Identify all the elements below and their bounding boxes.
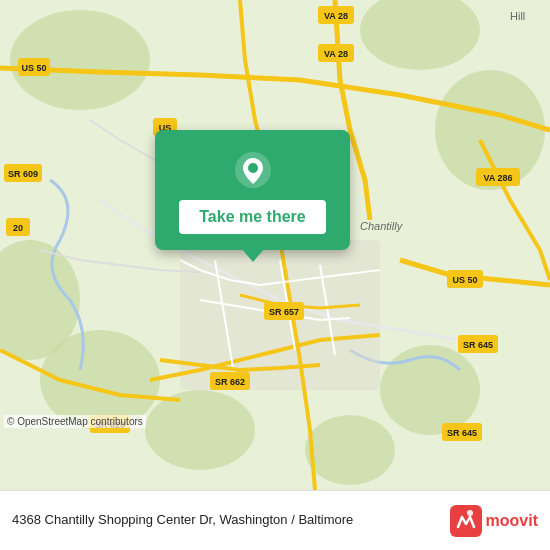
svg-text:SR 662: SR 662	[215, 377, 245, 387]
popup-card: Take me there	[155, 130, 350, 250]
svg-text:SR 657: SR 657	[269, 307, 299, 317]
moovit-logo-icon	[450, 505, 482, 537]
address-text: 4368 Chantilly Shopping Center Dr, Washi…	[12, 511, 450, 529]
svg-point-41	[467, 510, 473, 516]
svg-text:SR 645: SR 645	[463, 340, 493, 350]
svg-text:VA 28: VA 28	[324, 11, 348, 21]
svg-text:Hill: Hill	[510, 10, 525, 22]
svg-point-8	[305, 415, 395, 485]
svg-text:Chantilly: Chantilly	[360, 220, 404, 232]
osm-attribution: © OpenStreetMap contributors	[4, 415, 146, 428]
moovit-logo: moovit	[450, 505, 538, 537]
map-container: VA 28 VA 28 US 50 US SR 609 VA 286 20 US…	[0, 0, 550, 490]
svg-point-39	[248, 163, 258, 173]
svg-text:SR 609: SR 609	[8, 169, 38, 179]
take-me-there-button[interactable]: Take me there	[179, 200, 325, 234]
svg-rect-40	[450, 505, 482, 537]
moovit-label: moovit	[486, 512, 538, 530]
svg-text:SR 645: SR 645	[447, 428, 477, 438]
svg-text:VA 286: VA 286	[483, 173, 512, 183]
svg-point-6	[380, 345, 480, 435]
svg-point-7	[145, 390, 255, 470]
info-bar: 4368 Chantilly Shopping Center Dr, Washi…	[0, 490, 550, 550]
svg-text:VA 28: VA 28	[324, 49, 348, 59]
svg-text:US 50: US 50	[21, 63, 46, 73]
svg-text:US 50: US 50	[452, 275, 477, 285]
location-pin-icon	[233, 150, 273, 190]
svg-text:20: 20	[13, 223, 23, 233]
